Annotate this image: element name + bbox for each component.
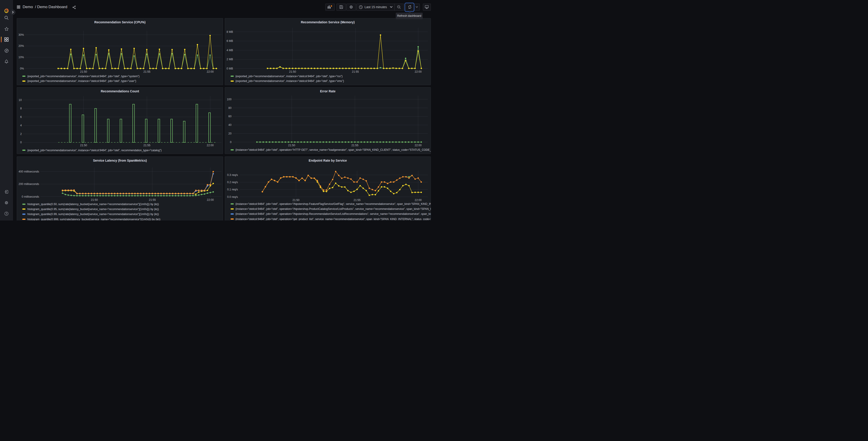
svg-text:Service Latency (from SpanMetr: Service Latency (from SpanMetrics) [93,158,147,162]
svg-text:{exported_job="recommendations: {exported_job="recommendationservice", i… [235,80,344,83]
svg-text:histogram_quantile(0.99, sum(r: histogram_quantile(0.99, sum(rate(latenc… [27,212,159,216]
svg-text:histogram_quantile(0.999, sum(: histogram_quantile(0.999, sum(rate(laten… [27,217,160,220]
svg-text:2 MB: 2 MB [226,58,233,61]
svg-text:{instance="otelcol:9464", job=: {instance="otelcol:9464", job="otel", op… [235,207,431,210]
svg-text:21:50: 21:50 [289,70,296,73]
svg-text:200 milliseconds: 200 milliseconds [19,182,39,186]
svg-text:0.2 req/s: 0.2 req/s [227,181,238,184]
svg-text:21:55: 21:55 [351,144,359,147]
svg-text:{instance="otelcol:9464", job=: {instance="otelcol:9464", job="otel", op… [235,212,431,215]
svg-text:30%: 30% [18,33,24,36]
svg-text:21:55: 21:55 [352,70,359,73]
svg-text:0.3 req/s: 0.3 req/s [227,173,238,176]
svg-text:22:00: 22:00 [207,144,214,147]
svg-text:6: 6 [20,115,22,119]
svg-text:10%: 10% [18,56,24,59]
svg-text:60: 60 [228,115,231,118]
svg-text:100: 100 [227,98,231,101]
svg-text:0.1 req/s: 0.1 req/s [227,188,238,191]
svg-text:4 MB: 4 MB [226,49,233,52]
svg-text:21:50: 21:50 [80,70,87,73]
svg-text:21:55: 21:55 [149,198,156,201]
svg-text:10: 10 [19,98,22,101]
svg-text:{instance="otelcol:9464", job=: {instance="otelcol:9464", job="otel", op… [235,202,431,205]
svg-text:8 MB: 8 MB [226,30,233,33]
svg-text:4: 4 [20,124,22,127]
svg-text:22:00: 22:00 [414,70,422,73]
svg-text:40: 40 [228,123,231,126]
svg-text:2: 2 [20,133,22,136]
svg-text:Recommendation Service (Memory: Recommendation Service (Memory) [301,20,354,24]
svg-text:0 MB: 0 MB [226,67,233,70]
svg-text:6 MB: 6 MB [226,39,233,42]
svg-text:22:00: 22:00 [414,144,422,147]
svg-text:0.0 req/s: 0.0 req/s [227,195,238,198]
svg-text:{instance="otelcol:9464", job=: {instance="otelcol:9464", job="otel", op… [235,217,431,220]
svg-text:21:50: 21:50 [292,198,299,202]
svg-text:Endpoint Rate by Service: Endpoint Rate by Service [309,158,347,162]
svg-text:{exported_job="recommendations: {exported_job="recommendationservice", i… [27,75,140,78]
svg-text:21:50: 21:50 [80,144,87,147]
svg-text:22:00: 22:00 [207,70,214,73]
svg-text:Recommendations Count: Recommendations Count [101,89,139,93]
svg-text:80: 80 [228,107,231,110]
svg-text:Recommendation Service (CPU%): Recommendation Service (CPU%) [94,20,145,24]
svg-text:20%: 20% [18,45,24,48]
svg-text:20: 20 [228,132,231,135]
svg-text:22:00: 22:00 [207,198,214,201]
svg-text:{exported_job="recommendations: {exported_job="recommendationservice", i… [235,75,342,78]
svg-text:21:55: 21:55 [353,198,361,202]
svg-text:0 milliseconds: 0 milliseconds [22,195,39,198]
svg-text:histogram_quantile(0.95, sum(r: histogram_quantile(0.95, sum(rate(latenc… [27,207,159,210]
svg-text:{instance="otelcol:9464", job=: {instance="otelcol:9464", job="otel", op… [235,148,431,151]
svg-text:21:55: 21:55 [143,144,150,147]
svg-text:0: 0 [20,141,22,144]
svg-text:21:50: 21:50 [288,144,295,147]
svg-text:{exported_job="recommendations: {exported_job="recommendationservice", i… [27,80,136,83]
svg-text:8: 8 [20,107,22,110]
svg-text:{exported_job="recommendations: {exported_job="recommendationservice", i… [27,149,161,152]
svg-text:22:00: 22:00 [414,198,422,202]
svg-text:400 milliseconds: 400 milliseconds [19,170,39,173]
svg-text:21:50: 21:50 [91,198,98,201]
svg-text:0: 0 [230,141,231,144]
svg-text:21:55: 21:55 [143,70,150,73]
svg-text:0%: 0% [20,67,24,70]
svg-text:histogram_quantile(0.50, sum(r: histogram_quantile(0.50, sum(rate(latenc… [27,203,159,206]
svg-text:Error Rate: Error Rate [320,89,336,93]
